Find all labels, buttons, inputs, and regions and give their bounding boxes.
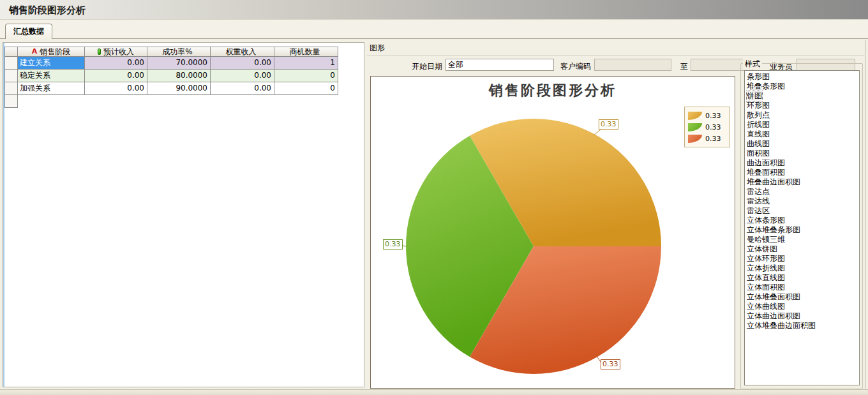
cell-success[interactable]: 70.0000 [147,57,211,70]
row-indicator-header [5,47,18,57]
to-label: 至 [680,61,688,72]
column-header-stage-label: 销售阶段 [40,47,70,56]
style-list-item[interactable]: 曼哈顿三维 [745,235,858,244]
cell-stage[interactable]: 稳定关系 [18,70,85,82]
style-list-item[interactable]: 雷达点 [745,187,858,197]
cell-weighted[interactable]: 0.00 [211,82,274,95]
style-list-item[interactable]: 面积图 [745,149,858,158]
legend-swatch-orange-icon [688,112,702,120]
legend-swatch-green-icon [688,123,702,131]
cell-stage[interactable]: 加强关系 [18,82,85,95]
style-list-item[interactable]: 堆叠条形图 [745,82,858,91]
style-list-item[interactable]: 雷达线 [745,197,858,206]
cell-success[interactable]: 80.0000 [147,70,211,82]
style-list-item[interactable]: 堆叠曲边面积图 [745,177,858,187]
start-date-label: 开始日期 [412,61,442,72]
column-header-stage[interactable]: A 销售阶段 [18,47,85,57]
style-list-item[interactable]: 立体饼图 [745,244,858,254]
content-area: A 销售阶段 预计收入 成功率% 权重收入 商机数量 建立关系 0.00 70.… [0,39,868,389]
style-list-item[interactable]: 堆叠面积图 [745,168,858,177]
cell-expected[interactable]: 0.00 [85,57,147,70]
row-indicator [5,70,18,82]
legend-item: 0.33 [688,121,726,133]
legend-item: 0.33 [688,133,726,144]
style-group-title: 样式 [743,59,762,70]
sort-a-icon: A [32,47,38,56]
style-list-item[interactable]: 散列点 [745,110,858,120]
summary-table-panel: A 销售阶段 预计收入 成功率% 权重收入 商机数量 建立关系 0.00 70.… [3,42,364,387]
cell-stage-selected[interactable]: 建立关系 [18,57,85,70]
style-list-item[interactable]: 立体折线图 [745,264,858,273]
panel-divider [367,55,865,56]
chart-title: 销售阶段图形分析 [371,81,735,100]
row-indicator [5,57,18,70]
legend-item: 0.33 [688,110,726,121]
table-row[interactable]: 加强关系 0.00 90.0000 0.00 0 [5,82,338,95]
style-list-item[interactable]: 立体环形图 [745,254,858,264]
style-list-item[interactable]: 立体曲线图 [745,302,858,311]
cell-expected[interactable]: 0.00 [85,70,147,82]
cell-weighted[interactable]: 0.00 [211,70,274,82]
row-indicator [5,95,18,108]
leader-line-orange [594,130,601,135]
style-list-item[interactable]: 立体堆叠条形图 [745,225,858,235]
column-header-success[interactable]: 成功率% [147,47,211,57]
style-list-item[interactable]: 折线图 [745,120,858,130]
table-header-row: A 销售阶段 预计收入 成功率% 权重收入 商机数量 [5,47,338,57]
filter-pin-icon [98,48,101,55]
customer-code-label: 客户编码 [560,61,591,72]
style-groupbox: 样式 条形图 堆叠条形图 饼图 环形图 散列点 折线图 直线图 曲线图 面积图 … [740,63,863,389]
chart-style-list[interactable]: 条形图 堆叠条形图 饼图 环形图 散列点 折线图 直线图 曲线图 面积图 曲边面… [744,70,860,385]
pie-chart-container: 销售阶段图形分析 0.33 0.33 0.33 0.33 0.33 0.33 [370,76,735,389]
column-header-count[interactable]: 商机数量 [274,47,338,57]
legend-swatch-red-icon [688,135,702,143]
slice-label-orange: 0.33 [599,119,618,130]
cell-count[interactable]: 1 [274,57,338,70]
cell-count[interactable]: 0 [274,70,338,82]
style-list-item[interactable]: 环形图 [745,101,858,110]
cell-weighted[interactable]: 0.00 [211,57,274,70]
tab-summary-data[interactable]: 汇总数据 [5,24,52,39]
style-list-item[interactable]: 立体直线图 [745,273,858,283]
window-titlebar: 销售阶段图形分析 [0,0,868,20]
graph-panel: 图形 开始日期 客户编码 至 业务员 [367,40,865,390]
customer-code-input[interactable] [594,59,671,71]
bottom-status-strip [0,389,868,395]
page-title: 销售阶段图形分析 [9,4,86,17]
style-list-item[interactable]: 曲线图 [745,139,858,149]
cell-count[interactable]: 0 [274,82,338,95]
empty-indicator-row [5,95,338,108]
table-row[interactable]: 稳定关系 0.00 80.0000 0.00 0 [5,70,338,82]
sales-stage-table: A 销售阶段 预计收入 成功率% 权重收入 商机数量 建立关系 0.00 70.… [4,47,338,108]
tab-strip: 汇总数据 [0,20,868,39]
cell-expected[interactable]: 0.00 [85,82,147,95]
style-list-item[interactable]: 立体堆叠曲边面积图 [745,321,858,331]
slice-label-red: 0.33 [601,359,620,369]
style-list-item[interactable]: 立体堆叠面积图 [745,292,858,302]
graph-panel-title: 图形 [370,43,385,54]
column-header-weighted[interactable]: 权重收入 [211,47,274,57]
style-list-item[interactable]: 雷达区 [745,206,858,216]
style-list-item[interactable]: 立体条形图 [745,216,858,225]
column-header-expected-label: 预计收入 [103,47,134,56]
style-list-item[interactable]: 立体面积图 [745,283,858,292]
slice-label-green: 0.33 [383,239,403,250]
column-header-expected[interactable]: 预计收入 [85,47,147,57]
row-indicator [5,82,18,95]
start-date-input[interactable] [445,59,554,71]
cell-success[interactable]: 90.0000 [147,82,211,95]
style-list-item[interactable]: 曲边面积图 [745,158,858,168]
chart-legend: 0.33 0.33 0.33 [684,107,730,147]
style-list-item[interactable]: 立体曲边面积图 [745,311,858,321]
style-list-item-selected[interactable]: 饼图 [745,91,858,101]
table-row[interactable]: 建立关系 0.00 70.0000 0.00 1 [5,57,338,70]
style-list-item[interactable]: 条形图 [745,72,858,82]
style-list-item[interactable]: 直线图 [745,130,858,139]
pie-chart [371,77,735,388]
